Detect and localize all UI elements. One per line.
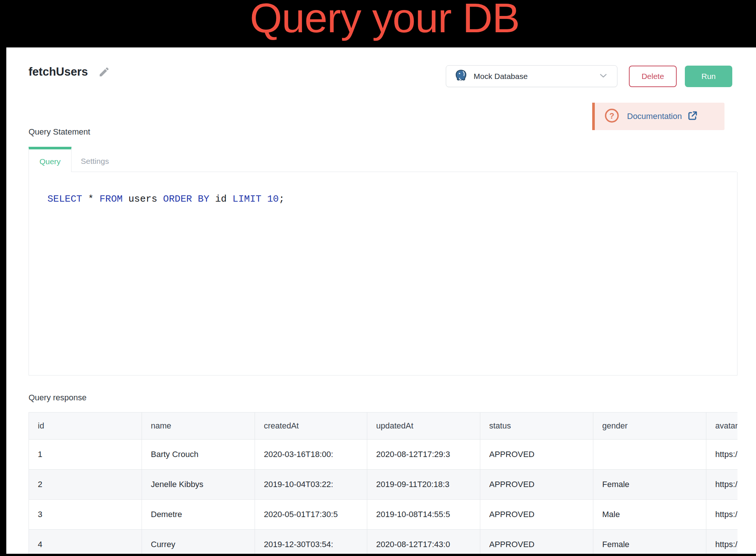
table-cell: 1 [29,440,142,470]
sql-code-line: SELECT * FROM users ORDER BY id LIMIT 10… [47,193,737,205]
top-banner: Query your DB [0,0,756,47]
table-cell: 2019-10-08T14:55:5 [367,500,480,530]
column-header-createdAt: createdAt [255,413,367,440]
table-cell: Female [593,470,706,500]
table-cell: 4 [29,530,142,554]
table-cell: https:// [706,470,738,500]
table-cell: 2019-10-04T03:22: [255,470,367,500]
table-cell: 2020-08-12T17:43:0 [367,530,480,554]
table-cell: 3 [29,500,142,530]
column-header-gender: gender [593,413,706,440]
table-cell: Barty Crouch [142,440,255,470]
sql-token: id [209,193,232,205]
table-header-row: idnamecreatedAtupdatedAtstatusgenderavat… [29,413,738,440]
table-row: 2Jenelle Kibbys2019-10-04T03:22:2019-09-… [29,470,738,500]
table-cell: 2019-12-30T03:54: [255,530,367,554]
tab-query[interactable]: Query [29,147,72,172]
column-header-status: status [480,413,593,440]
tab-settings[interactable]: Settings [72,147,120,172]
query-name: fetchUsers [29,65,88,79]
table-cell [593,440,706,470]
table-cell: APPROVED [480,530,593,554]
sql-token: users [123,193,163,205]
sql-token: LIMIT [232,193,261,205]
tab-bar: Query Settings [29,147,737,172]
table-row: 1Barty Crouch2020-03-16T18:00:2020-08-12… [29,440,738,470]
question-circle-icon: ? [604,108,620,125]
sql-token: FROM [99,193,122,205]
delete-button[interactable]: Delete [629,66,677,87]
table-row: 3Demetre2020-05-01T17:30:52019-10-08T14:… [29,500,738,530]
sql-token: * [82,193,100,205]
table-cell: https:// [706,440,738,470]
query-response-label: Query response [29,392,737,403]
table-cell: 2020-05-01T17:30:5 [255,500,367,530]
column-header-name: name [142,413,255,440]
query-response-table: idnamecreatedAtupdatedAtstatusgenderavat… [29,412,737,554]
database-select[interactable]: Mock Database [446,65,617,87]
table-cell: APPROVED [480,470,593,500]
table-body: 1Barty Crouch2020-03-16T18:00:2020-08-12… [29,440,738,554]
table-cell: APPROVED [480,440,593,470]
sql-token: ORDER BY [163,193,209,205]
table-cell: Jenelle Kibbys [142,470,255,500]
sql-editor[interactable]: SELECT * FROM users ORDER BY id LIMIT 10… [29,172,737,375]
table-cell: 2020-08-12T17:29:3 [367,440,480,470]
table-cell: https:// [706,530,738,554]
sql-token [261,193,267,205]
documentation-link[interactable]: ? Documentation [592,103,724,130]
postgresql-elephant-icon [454,69,468,84]
table-cell: Female [593,530,706,554]
header-controls: Mock Database Delete Run [446,65,732,87]
table-cell: Male [593,500,706,530]
sql-token: ; [279,193,285,205]
doc-accent-bar [592,103,595,130]
table-cell: Currey [142,530,255,554]
sql-token: 10 [267,193,279,205]
column-header-avatar: avatar [706,413,738,440]
documentation-label: Documentation [627,112,682,121]
database-select-value: Mock Database [474,72,598,81]
table-cell: 2 [29,470,142,500]
sql-token: SELECT [47,193,82,205]
table-cell: 2020-03-16T18:00: [255,440,367,470]
table-cell: APPROVED [480,500,593,530]
column-header-id: id [29,413,142,440]
table-cell: Demetre [142,500,255,530]
column-header-updatedAt: updatedAt [367,413,480,440]
table-row: 4Currey2019-12-30T03:54:2020-08-12T17:43… [29,530,738,554]
run-button[interactable]: Run [685,66,732,87]
page-title: Query your DB [0,0,756,40]
table-cell: https:// [706,500,738,530]
query-name-row: fetchUsers [29,65,110,79]
edit-pencil-icon[interactable] [98,66,110,78]
app-panel: fetchUsers Mock Database [6,47,756,554]
external-link-icon [687,110,698,123]
chevron-down-icon [598,70,609,83]
table-cell: 2019-09-11T20:18:3 [367,470,480,500]
svg-text:?: ? [609,111,614,120]
query-response-table-wrap: idnamecreatedAtupdatedAtstatusgenderavat… [29,412,737,554]
